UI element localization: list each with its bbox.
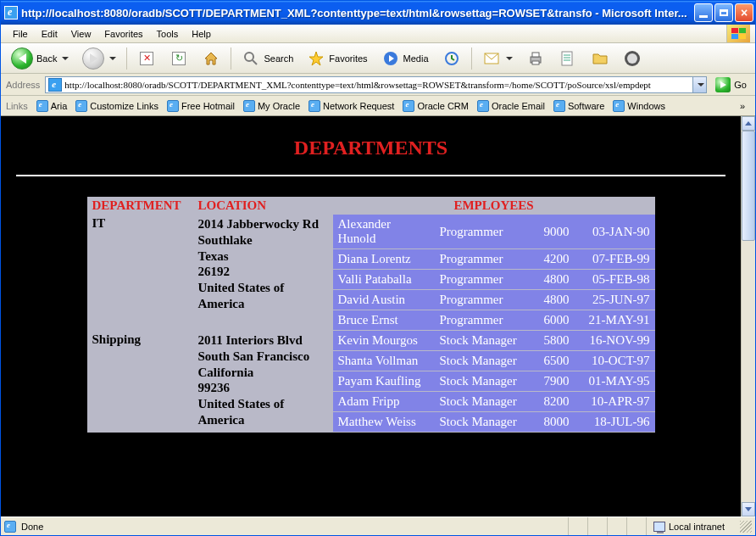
employee-salary: 7900 (528, 371, 575, 392)
svg-rect-14 (532, 61, 539, 64)
department-location: 2014 Jabberwocky RdSouthlakeTexas26192Un… (193, 215, 333, 331)
menu-edit[interactable]: Edit (35, 27, 64, 41)
employee-date: 18-JUL-96 (575, 412, 655, 433)
menu-tools[interactable]: Tools (150, 27, 186, 41)
link-customize-links[interactable]: Customize Links (72, 98, 162, 114)
status-panel (626, 517, 641, 535)
employee-date: 10-OCT-97 (575, 351, 655, 371)
employee-title: Stock Manager (435, 392, 528, 412)
resize-grip[interactable] (740, 521, 752, 533)
search-button[interactable]: Search (236, 46, 298, 71)
link-icon (75, 100, 87, 112)
vertical-scrollbar[interactable] (741, 116, 755, 516)
history-button[interactable] (437, 46, 466, 71)
discuss-button[interactable] (586, 46, 614, 71)
chevron-up-icon (745, 121, 752, 126)
separator (231, 47, 231, 70)
links-overflow-button[interactable]: » (735, 101, 750, 111)
go-button[interactable]: Go (712, 75, 750, 94)
employee-title: Programmer (435, 249, 528, 270)
zone-panel: Local intranet (646, 517, 731, 535)
address-input[interactable] (64, 80, 692, 90)
link-network-request[interactable]: Network Request (305, 98, 397, 114)
employees-table: Kevin MourgosStock Manager580016-NOV-99S… (333, 331, 655, 433)
toolbar: Back ✕ ↻ Search Favorites Media (1, 43, 755, 74)
employee-date: 05-FEB-98 (575, 270, 655, 290)
stop-button[interactable]: ✕ (132, 46, 161, 71)
link-oracle-email[interactable]: Oracle Email (474, 98, 548, 114)
print-button[interactable] (521, 46, 550, 71)
menu-view[interactable]: View (64, 27, 98, 41)
scroll-down-button[interactable] (742, 502, 755, 516)
address-combo[interactable] (45, 76, 707, 93)
menu-help[interactable]: Help (185, 27, 218, 41)
status-text: Done (21, 522, 43, 532)
status-bar: Done Local intranet (1, 516, 755, 535)
employee-name: Bruce Ernst (333, 310, 435, 331)
minimize-button[interactable] (694, 3, 713, 22)
scroll-thumb[interactable] (742, 131, 755, 241)
link-icon (309, 100, 320, 112)
page-viewport: DEPARTMENTS DEPARTMENT LOCATION EMPLOYEE… (1, 116, 741, 516)
employee-salary: 6500 (528, 351, 575, 371)
home-button[interactable] (197, 46, 225, 71)
scroll-track[interactable] (742, 131, 755, 502)
chevron-down-icon (698, 83, 704, 87)
link-aria[interactable]: Aria (33, 98, 71, 114)
menu-file[interactable]: File (6, 27, 35, 41)
svg-point-5 (245, 53, 253, 61)
ie-icon (4, 6, 18, 20)
link-software[interactable]: Software (550, 98, 608, 114)
link-my-oracle[interactable]: My Oracle (240, 98, 303, 114)
employees-table: Alexander HunoldProgrammer900003-JAN-90D… (333, 215, 655, 331)
star-icon (307, 49, 325, 68)
svg-marker-4 (205, 53, 217, 64)
media-button[interactable]: Media (376, 46, 434, 71)
svg-marker-7 (309, 52, 323, 65)
svg-rect-15 (562, 52, 572, 65)
mail-button[interactable] (477, 46, 518, 71)
links-label: Links (6, 101, 28, 111)
employee-date: 01-MAY-95 (575, 371, 655, 392)
link-oracle-crm[interactable]: Oracle CRM (399, 98, 472, 114)
department-name: IT (87, 215, 193, 331)
employee-salary: 9000 (528, 215, 575, 249)
employee-date: 25-JUN-97 (575, 290, 655, 310)
scroll-up-button[interactable] (742, 116, 755, 131)
link-free-hotmail[interactable]: Free Hotmail (164, 98, 238, 114)
maximize-button[interactable] (714, 3, 733, 22)
go-arrow-icon (715, 77, 731, 92)
refresh-button[interactable]: ↻ (164, 46, 193, 71)
link-icon (613, 100, 625, 112)
employee-row: Kevin MourgosStock Manager580016-NOV-99 (333, 331, 655, 351)
employee-name: Matthew Weiss (333, 412, 435, 433)
link-label: Oracle Email (492, 101, 545, 111)
employee-name: Shanta Vollman (333, 351, 435, 371)
link-windows[interactable]: Windows (609, 98, 669, 114)
forward-button[interactable] (77, 44, 121, 73)
close-button[interactable]: × (735, 3, 753, 22)
search-label: Search (264, 53, 293, 64)
employee-date: 16-NOV-99 (575, 331, 655, 351)
svg-line-6 (253, 60, 257, 64)
address-dropdown-button[interactable] (692, 77, 706, 92)
edit-button[interactable] (553, 46, 582, 71)
favorites-button[interactable]: Favorites (302, 46, 372, 71)
back-button[interactable]: Back (6, 44, 74, 73)
mail-icon (482, 49, 501, 68)
employee-title: Stock Manager (435, 371, 528, 392)
employee-date: 21-MAY-91 (575, 310, 655, 331)
link-label: Aria (51, 101, 68, 111)
home-icon (202, 49, 220, 68)
link-icon (477, 100, 489, 112)
realplayer-button[interactable] (618, 46, 647, 71)
menu-favorites[interactable]: Favorites (97, 27, 149, 41)
svg-rect-1 (739, 28, 746, 33)
department-row: IT2014 Jabberwocky RdSouthlakeTexas26192… (87, 215, 655, 331)
employee-date: 10-APR-97 (575, 392, 655, 412)
employee-row: Bruce ErnstProgrammer600021-MAY-91 (333, 310, 655, 331)
page-icon (48, 78, 62, 92)
employee-title: Programmer (435, 215, 528, 249)
svg-rect-0 (731, 28, 738, 33)
go-label: Go (734, 80, 747, 90)
